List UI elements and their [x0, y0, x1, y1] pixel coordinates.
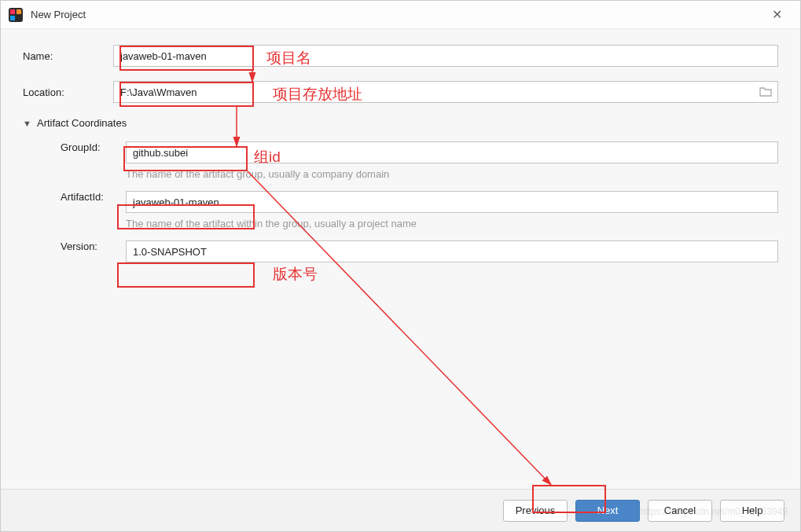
title-text: New Project [31, 9, 761, 20]
svg-rect-3 [10, 16, 15, 20]
artifact-coordinates-label: Artifact Coordinates [37, 117, 127, 129]
version-label: Version: [61, 240, 126, 252]
name-row: Name: [23, 45, 778, 67]
groupid-hint: The name of the artifact group, usually … [126, 168, 778, 180]
svg-rect-1 [10, 9, 15, 14]
titlebar: New Project ✕ [1, 1, 800, 29]
artifact-coordinates-block: GroupId: The name of the artifact group,… [23, 141, 778, 262]
chevron-down-icon: ▼ [23, 119, 37, 128]
groupid-input[interactable] [126, 141, 778, 163]
dialog-footer: Previous Next Cancel Help [1, 489, 800, 531]
name-input[interactable] [113, 45, 778, 67]
annotation-box-version [117, 262, 255, 288]
version-row: Version: [61, 240, 778, 262]
dialog-content: Name: Location: ▼ Artifact Coordinates [1, 29, 800, 262]
name-label: Name: [23, 50, 113, 62]
location-input[interactable] [113, 81, 778, 103]
close-icon[interactable]: ✕ [761, 7, 792, 22]
groupid-label: GroupId: [61, 141, 126, 153]
artifactid-hint: The name of the artifact within the grou… [126, 218, 778, 229]
groupid-row: GroupId: The name of the artifact group,… [61, 141, 778, 180]
browse-folder-icon[interactable] [759, 86, 772, 99]
next-button[interactable]: Next [575, 500, 640, 522]
previous-button[interactable]: Previous [503, 500, 568, 522]
artifactid-input[interactable] [126, 191, 778, 213]
artifact-coordinates-toggle[interactable]: ▼ Artifact Coordinates [23, 117, 778, 129]
annotation-label-version: 版本号 [273, 264, 318, 284]
help-button[interactable]: Help [720, 500, 784, 522]
version-input[interactable] [126, 240, 778, 262]
svg-rect-2 [17, 9, 21, 14]
new-project-dialog: New Project ✕ Name: Location: ▼ Artifa [0, 0, 801, 532]
app-icon [9, 8, 23, 22]
location-row: Location: [23, 81, 778, 103]
artifactid-row: ArtifactId: The name of the artifact wit… [61, 191, 778, 229]
artifactid-label: ArtifactId: [61, 191, 126, 203]
location-label: Location: [23, 86, 113, 98]
cancel-button[interactable]: Cancel [648, 500, 712, 522]
